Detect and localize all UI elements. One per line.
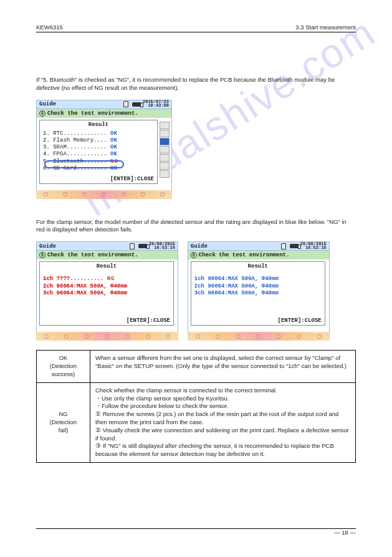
device1-titlebar: Guide 2015/07/2310:43:00 <box>36 100 172 109</box>
table-row: NG (Detection fail) Check whether the cl… <box>37 382 356 462</box>
device3-titlebar: Guide 26/08/201516:52:15 <box>188 241 330 251</box>
device1-main: Result 1. RTC............. OK 2. Flash M… <box>36 118 172 193</box>
header-section: 3.3 Start measurement <box>295 24 356 31</box>
cell-ng-desc: Check whether the clamp sensor is connec… <box>90 382 356 462</box>
step-number-icon: 5 <box>39 110 45 117</box>
page-content: KEW6315 3.3 Start measurement If "5. Blu… <box>36 24 356 463</box>
cell-ng-label: NG (Detection fail) <box>37 382 90 462</box>
device3-main: Result 1ch 96064:MAX 500A, Φ40mm 2ch 960… <box>188 259 330 335</box>
device2-title: Guide <box>39 243 56 249</box>
list-item: 1ch ????.......... NG <box>43 276 170 283</box>
device2-subbar: 5 Check the test environment. <box>36 251 178 259</box>
device2-datetime: 26/08/201516:53:16 <box>149 243 175 250</box>
header-rule <box>36 32 356 32</box>
list-item: 3. SRAM............ OK <box>43 144 154 151</box>
sd-card-icon <box>123 101 128 107</box>
intro-paragraph-1: If "5. Bluetooth" is checked as "NG", it… <box>36 76 356 92</box>
intro-paragraph-2: For the clamp sensor, the model number o… <box>36 218 356 235</box>
device1-inset: Result 1. RTC............. OK 2. Flash M… <box>39 120 158 184</box>
device2-inset: Result 1ch ????.......... NG 2ch 96064:M… <box>39 261 174 326</box>
device-screen-ng: Guide 26/08/201516:53:16 5 Check the tes… <box>36 241 178 335</box>
sd-card-icon <box>281 243 286 249</box>
device-screen-ok: Guide 26/08/201516:52:15 5 Check the tes… <box>188 241 330 335</box>
list-item: 1. RTC............. OK <box>43 130 154 137</box>
list-item: 2ch 96064:MAX 500A, Φ40mm <box>194 283 322 290</box>
device1-rightbar <box>160 122 170 182</box>
power-plug-icon <box>132 102 141 107</box>
footer-page-number: — 18 — <box>334 529 356 536</box>
list-item: 2. Flash Memory.... OK <box>43 137 154 144</box>
step-number-icon: 5 <box>191 252 197 258</box>
sd-card-icon <box>130 243 135 249</box>
device2-footer <box>36 332 178 341</box>
result-table: OK (Detection success) When a sensor dif… <box>36 350 356 463</box>
device2-titlebar: Guide 26/08/201516:53:16 <box>36 241 178 251</box>
list-item: 2ch 96064:MAX 500A, Φ40mm <box>43 283 170 290</box>
device3-enter-hint: [ENTER]:CLOSE <box>278 317 322 324</box>
device3-subbar: 5 Check the test environment. <box>188 251 330 259</box>
step-number-icon: 5 <box>39 252 45 258</box>
device3-subtext: Check the test environment. <box>199 252 290 258</box>
device2-subtext: Check the test environment. <box>47 252 138 258</box>
header-row: KEW6315 3.3 Start measurement <box>36 24 356 31</box>
device-screen-selfcheck: Guide 2015/07/2310:43:00 5 Check the tes… <box>36 100 172 193</box>
list-item: 3ch 96064:MAX 500A, Φ40mm <box>43 290 170 297</box>
device2-enter-hint: [ENTER]:CLOSE <box>127 317 170 324</box>
device1-enter-hint: [ENTER]:CLOSE <box>110 176 154 182</box>
device1-datetime: 2015/07/2310:43:00 <box>143 100 169 108</box>
header-model: KEW6315 <box>36 24 63 31</box>
list-item: 4. FPGA............ OK <box>43 151 154 158</box>
device3-list: 1ch 96064:MAX 500A, Φ40mm 2ch 96064:MAX … <box>194 276 322 297</box>
device1-subtext: Check the test environment. <box>47 110 138 117</box>
cell-ok-desc: When a sensor different from the set one… <box>90 351 356 382</box>
cell-ok-label: OK (Detection success) <box>37 351 90 382</box>
device1-footer <box>36 190 172 199</box>
table-row: OK (Detection success) When a sensor dif… <box>37 351 356 382</box>
device1-result-title: Result <box>43 122 154 128</box>
device3-footer <box>188 332 330 341</box>
list-item: 1ch 96064:MAX 500A, Φ40mm <box>194 276 322 283</box>
device3-title: Guide <box>191 243 208 249</box>
device1-subbar: 5 Check the test environment. <box>36 109 172 118</box>
device2-list: 1ch ????.......... NG 2ch 96064:MAX 500A… <box>43 276 170 297</box>
page-footer: — 18 — <box>36 526 356 537</box>
device3-inset: Result 1ch 96064:MAX 500A, Φ40mm 2ch 960… <box>191 261 325 326</box>
device1-title: Guide <box>39 101 56 107</box>
device3-datetime: 26/08/201516:52:15 <box>300 243 327 250</box>
device3-result-title: Result <box>194 263 322 269</box>
power-plug-icon <box>138 244 147 248</box>
list-item: 3ch 96064:MAX 500A, Φ40mm <box>194 290 322 297</box>
device2-result-title: Result <box>43 263 170 269</box>
bluetooth-highlight-ring <box>44 160 124 168</box>
power-plug-icon <box>290 244 299 248</box>
device-row: Guide 26/08/201516:53:16 5 Check the tes… <box>36 238 356 335</box>
device2-main: Result 1ch ????.......... NG 2ch 96064:M… <box>36 259 178 335</box>
